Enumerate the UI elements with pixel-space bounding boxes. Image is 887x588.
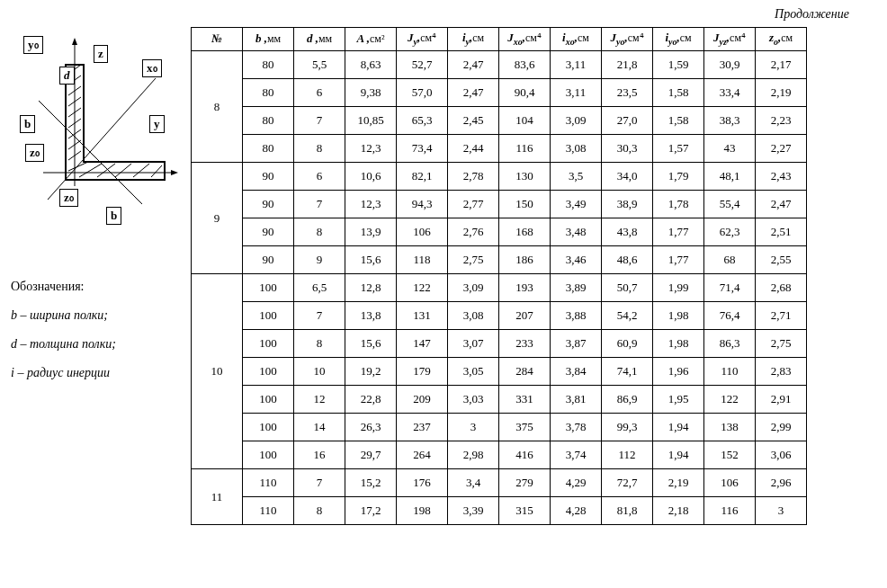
cell-zo: 2,83 [756,358,807,386]
cell-Jyz: 86,3 [704,330,756,358]
cell-b: 100 [243,302,294,330]
cell-A: 9,38 [345,79,397,107]
col-num: № [192,28,243,51]
cell-iy: 3,39 [448,497,499,525]
cell-Jxo: 83,6 [499,51,551,79]
cell-b: 80 [243,107,294,135]
cell-Jy: 237 [397,414,448,441]
cell-Jy: 94,3 [397,191,448,218]
cell-iyo: 1,94 [653,441,704,469]
cell-A: 29,7 [345,441,397,469]
cell-zo: 2,19 [756,79,807,107]
cell-Jyo: 74,1 [602,358,653,386]
cell-Jyz: 62,3 [704,218,756,246]
group-number: 11 [192,469,243,525]
cell-Jyo: 72,7 [602,469,653,497]
cell-iy: 2,77 [448,191,499,218]
cell-zo: 2,51 [756,218,807,246]
cell-ixo: 3,49 [551,191,602,218]
cell-Jxo: 331 [499,386,551,414]
label-z: z [94,45,108,63]
cell-d: 6 [294,79,345,107]
cell-Jy: 57,0 [397,79,448,107]
cell-d: 6,5 [294,274,345,302]
cell-zo: 2,96 [756,469,807,497]
cell-iy: 2,75 [448,246,499,274]
cell-Jyo: 86,9 [602,386,653,414]
cell-d: 10 [294,358,345,386]
table-row: 100713,81313,082073,8854,21,9876,42,71 [192,302,807,330]
label-y: y [149,115,165,133]
cell-Jxo: 375 [499,414,551,441]
col-iy: iy,см [448,28,499,51]
cell-Jyz: 48,1 [704,163,756,191]
cell-Jyo: 21,8 [602,51,653,79]
cell-iyo: 1,95 [653,386,704,414]
cell-ixo: 3,88 [551,302,602,330]
cell-d: 8 [294,330,345,358]
svg-line-13 [68,162,88,171]
table-row: 90915,61182,751863,4648,61,77682,55 [192,246,807,274]
cell-Jyz: 76,4 [704,302,756,330]
cell-iyo: 1,77 [653,246,704,274]
table-row: 990610,682,12,781303,534,01,7948,12,43 [192,163,807,191]
svg-line-15 [97,164,115,177]
cell-A: 15,6 [345,246,397,274]
cell-zo: 2,47 [756,191,807,218]
cell-Jyz: 33,4 [704,79,756,107]
cell-b: 90 [243,246,294,274]
cell-Jyz: 55,4 [704,191,756,218]
cell-iyo: 1,98 [653,330,704,358]
cell-b: 100 [243,414,294,441]
group-number: 9 [192,163,243,274]
cell-A: 13,9 [345,218,397,246]
cell-Jyo: 99,3 [602,414,653,441]
cell-Jy: 176 [397,469,448,497]
cell-A: 10,85 [345,107,397,135]
cell-Jxo: 233 [499,330,551,358]
label-b-left: b [20,115,35,133]
cell-A: 19,2 [345,358,397,386]
cell-A: 13,8 [345,302,397,330]
table-row: 8069,3857,02,4790,43,1123,51,5833,42,19 [192,79,807,107]
cell-A: 12,3 [345,135,397,163]
table-row: 8805,58,6352,72,4783,63,1121,81,5930,92,… [192,51,807,79]
cell-Jyo: 43,8 [602,218,653,246]
cell-b: 80 [243,79,294,107]
cell-Jxo: 186 [499,246,551,274]
cell-iyo: 1,78 [653,191,704,218]
cell-Jyz: 110 [704,358,756,386]
cell-Jy: 73,4 [397,135,448,163]
cell-ixo: 3,87 [551,330,602,358]
cell-Jyo: 27,0 [602,107,653,135]
cell-zo: 2,27 [756,135,807,163]
cell-b: 100 [243,330,294,358]
cell-b: 90 [243,163,294,191]
cell-zo: 2,43 [756,163,807,191]
cell-d: 16 [294,441,345,469]
cell-iy: 3,4 [448,469,499,497]
cell-zo: 2,55 [756,246,807,274]
table-row: 1001629,72642,984163,741121,941523,06 [192,441,807,469]
cell-iyo: 2,18 [653,497,704,525]
cell-iyo: 1,58 [653,107,704,135]
table-row: 1001426,323733753,7899,31,941382,99 [192,414,807,441]
cell-Jy: 131 [397,302,448,330]
cell-b: 90 [243,218,294,246]
cell-d: 14 [294,414,345,441]
cell-Jyz: 152 [704,441,756,469]
cell-Jy: 118 [397,246,448,274]
cell-iyo: 1,59 [653,51,704,79]
table-row: 101006,512,81223,091933,8950,71,9971,42,… [192,274,807,302]
cell-zo: 2,75 [756,330,807,358]
cell-iyo: 1,99 [653,274,704,302]
cell-d: 7 [294,191,345,218]
cell-A: 17,2 [345,497,397,525]
svg-marker-19 [72,38,77,45]
cell-Jyz: 71,4 [704,274,756,302]
cell-zo: 2,99 [756,414,807,441]
table-row: 110817,21983,393154,2881,82,181163 [192,497,807,525]
svg-line-17 [133,164,149,177]
cell-Jy: 52,7 [397,51,448,79]
cell-Jy: 264 [397,441,448,469]
